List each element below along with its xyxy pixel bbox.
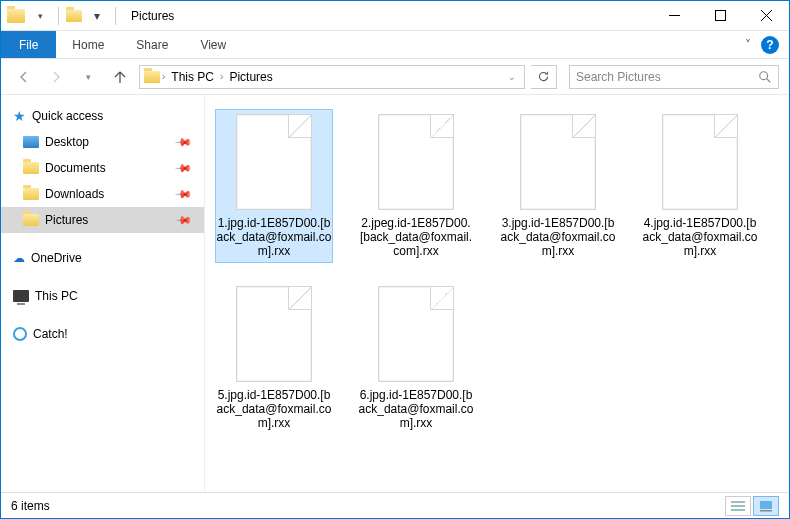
file-grid: 1.jpg.id-1E857D00.[back_data@foxmail.com… bbox=[215, 109, 779, 435]
file-item[interactable]: 1.jpg.id-1E857D00.[back_data@foxmail.com… bbox=[215, 109, 333, 263]
recent-dropdown[interactable]: ▾ bbox=[75, 64, 101, 90]
sidebar-item-label: Downloads bbox=[45, 187, 104, 201]
pin-icon: 📌 bbox=[173, 132, 192, 151]
file-tab[interactable]: File bbox=[1, 31, 56, 58]
file-view[interactable]: 1.jpg.id-1E857D00.[back_data@foxmail.com… bbox=[205, 95, 789, 492]
svg-rect-1 bbox=[715, 11, 725, 21]
item-count: 6 items bbox=[11, 499, 50, 513]
file-item[interactable]: 4.jpg.id-1E857D00.[back_data@foxmail.com… bbox=[641, 109, 759, 263]
file-icon bbox=[520, 114, 596, 210]
qat-folder-icon[interactable] bbox=[66, 10, 82, 22]
qat-overflow-icon[interactable]: ▾ bbox=[86, 5, 108, 27]
sidebar-catch[interactable]: Catch! bbox=[1, 321, 204, 347]
close-button[interactable] bbox=[743, 1, 789, 31]
icons-view-icon bbox=[759, 500, 773, 512]
qat-separator-2 bbox=[115, 7, 116, 25]
navigation-pane: ★ Quick access Desktop 📌 Documents 📌 Dow… bbox=[1, 95, 205, 492]
file-item[interactable]: 2.jpeg.id-1E857D00.[back_data@foxmail.co… bbox=[357, 109, 475, 263]
details-view-icon bbox=[731, 500, 745, 512]
breadcrumb-folder-icon bbox=[144, 71, 160, 83]
icons-view-button[interactable] bbox=[753, 496, 779, 516]
breadcrumb-root[interactable]: This PC bbox=[167, 70, 218, 84]
quick-access-label: Quick access bbox=[32, 109, 103, 123]
back-button[interactable] bbox=[11, 64, 37, 90]
file-name: 1.jpg.id-1E857D00.[back_data@foxmail.com… bbox=[215, 216, 333, 258]
titlebar-left: ▾ ▾ Pictures bbox=[1, 5, 174, 27]
thispc-label: This PC bbox=[35, 289, 78, 303]
help-icon[interactable]: ? bbox=[761, 36, 779, 54]
app-folder-icon bbox=[7, 9, 25, 23]
qat-separator bbox=[58, 7, 59, 25]
window-controls bbox=[651, 1, 789, 31]
file-name: 6.jpg.id-1E857D00.[back_data@foxmail.com… bbox=[357, 388, 475, 430]
pin-icon: 📌 bbox=[173, 184, 192, 203]
chevron-right-icon[interactable]: › bbox=[220, 71, 223, 82]
qat-dropdown-icon[interactable]: ▾ bbox=[29, 5, 51, 27]
svg-rect-10 bbox=[760, 510, 772, 512]
file-name: 2.jpeg.id-1E857D00.[back_data@foxmail.co… bbox=[357, 216, 475, 258]
sidebar-thispc[interactable]: This PC bbox=[1, 283, 204, 309]
svg-line-5 bbox=[767, 78, 771, 82]
view-switcher bbox=[725, 496, 779, 516]
minimize-button[interactable] bbox=[651, 1, 697, 31]
sidebar-item-label: Desktop bbox=[45, 135, 89, 149]
file-icon bbox=[236, 114, 312, 210]
cloud-icon: ☁ bbox=[13, 251, 25, 265]
status-bar: 6 items bbox=[1, 492, 789, 518]
ribbon-right: ˅ ? bbox=[745, 31, 789, 58]
sidebar-item-label: Documents bbox=[45, 161, 106, 175]
forward-button[interactable] bbox=[43, 64, 69, 90]
breadcrumb-current[interactable]: Pictures bbox=[225, 70, 276, 84]
tab-home[interactable]: Home bbox=[56, 31, 120, 58]
details-view-button[interactable] bbox=[725, 496, 751, 516]
folder-icon bbox=[23, 214, 39, 226]
catch-icon bbox=[13, 327, 27, 341]
pc-icon bbox=[13, 290, 29, 302]
file-icon bbox=[378, 286, 454, 382]
pin-icon: 📌 bbox=[173, 210, 192, 229]
maximize-button[interactable] bbox=[697, 1, 743, 31]
sidebar-quick-access[interactable]: ★ Quick access bbox=[1, 103, 204, 129]
sidebar-onedrive[interactable]: ☁ OneDrive bbox=[1, 245, 204, 271]
sidebar-item-downloads[interactable]: Downloads 📌 bbox=[1, 181, 204, 207]
tab-share[interactable]: Share bbox=[120, 31, 184, 58]
file-icon bbox=[378, 114, 454, 210]
body: ★ Quick access Desktop 📌 Documents 📌 Dow… bbox=[1, 95, 789, 492]
file-item[interactable]: 3.jpg.id-1E857D00.[back_data@foxmail.com… bbox=[499, 109, 617, 263]
address-bar: ▾ › This PC › Pictures ⌄ bbox=[1, 59, 789, 95]
folder-icon bbox=[23, 162, 39, 174]
folder-icon bbox=[23, 188, 39, 200]
svg-point-4 bbox=[760, 71, 768, 79]
file-item[interactable]: 5.jpg.id-1E857D00.[back_data@foxmail.com… bbox=[215, 281, 333, 435]
search-input[interactable] bbox=[576, 70, 758, 84]
svg-rect-9 bbox=[760, 501, 772, 509]
catch-label: Catch! bbox=[33, 327, 68, 341]
file-icon bbox=[236, 286, 312, 382]
chevron-right-icon[interactable]: › bbox=[162, 71, 165, 82]
tree-separator bbox=[1, 309, 204, 321]
sidebar-item-desktop[interactable]: Desktop 📌 bbox=[1, 129, 204, 155]
sidebar-item-pictures[interactable]: Pictures 📌 bbox=[1, 207, 204, 233]
sidebar-item-label: Pictures bbox=[45, 213, 88, 227]
file-item[interactable]: 6.jpg.id-1E857D00.[back_data@foxmail.com… bbox=[357, 281, 475, 435]
file-name: 4.jpg.id-1E857D00.[back_data@foxmail.com… bbox=[641, 216, 759, 258]
refresh-button[interactable] bbox=[531, 65, 557, 89]
up-button[interactable] bbox=[107, 64, 133, 90]
window-title: Pictures bbox=[131, 9, 174, 23]
address-dropdown-icon[interactable]: ⌄ bbox=[508, 72, 520, 82]
star-icon: ★ bbox=[13, 108, 26, 124]
onedrive-label: OneDrive bbox=[31, 251, 82, 265]
search-box[interactable] bbox=[569, 65, 779, 89]
search-icon bbox=[758, 70, 772, 84]
tab-view[interactable]: View bbox=[184, 31, 242, 58]
file-icon bbox=[662, 114, 738, 210]
ribbon-expand-icon[interactable]: ˅ bbox=[745, 38, 751, 52]
breadcrumb[interactable]: › This PC › Pictures ⌄ bbox=[139, 65, 525, 89]
tree-separator bbox=[1, 233, 204, 245]
titlebar: ▾ ▾ Pictures bbox=[1, 1, 789, 31]
sidebar-item-documents[interactable]: Documents 📌 bbox=[1, 155, 204, 181]
desktop-icon bbox=[23, 136, 39, 148]
tree-separator bbox=[1, 271, 204, 283]
file-name: 3.jpg.id-1E857D00.[back_data@foxmail.com… bbox=[499, 216, 617, 258]
file-name: 5.jpg.id-1E857D00.[back_data@foxmail.com… bbox=[215, 388, 333, 430]
